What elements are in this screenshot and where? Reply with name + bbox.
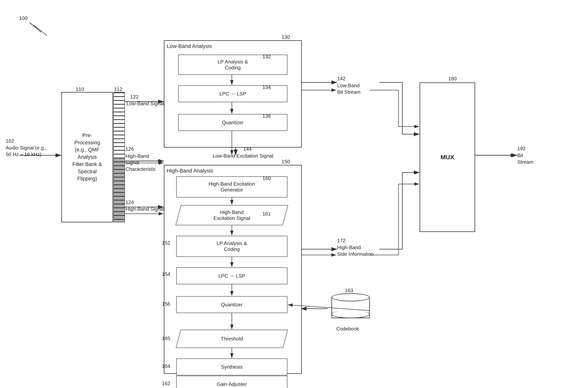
- ref-110: 110: [76, 86, 84, 92]
- ref-161: 161: [263, 211, 271, 217]
- codebook-label: Codebook: [336, 326, 359, 332]
- ref-124: 124: [126, 199, 134, 205]
- audio-signal-label: Audio Signal (e.g.,50 Hz – 16 kHz): [6, 145, 50, 158]
- ref-130: 130: [282, 34, 290, 40]
- ref-156: 156: [162, 301, 170, 307]
- filter-strip: [113, 92, 125, 222]
- ref-152: 152: [162, 240, 170, 246]
- hb-signal-char-label: High-BandSignal Characteristic: [126, 153, 166, 172]
- ref-144: 144: [243, 146, 251, 152]
- mux-box: MUX: [420, 82, 475, 232]
- synthesis-box: Synthesis: [176, 359, 287, 375]
- ref-164: 164: [162, 363, 170, 369]
- hb-signal-label: High-Band Signal: [126, 206, 164, 212]
- svg-line-29: [34, 25, 47, 35]
- codebook-cylinder: [331, 293, 370, 322]
- ref-132: 132: [263, 54, 271, 60]
- ref-112: 112: [114, 86, 122, 92]
- ref-150: 150: [282, 159, 290, 165]
- quantizer-1: Quantizer: [178, 114, 287, 131]
- ref-126: 126: [126, 146, 134, 152]
- ref-134: 134: [263, 84, 271, 90]
- lp-analysis-coding-1: LP Analysis &Coding: [178, 55, 287, 75]
- ref-162: 162: [162, 381, 170, 387]
- ref-172: 172: [337, 238, 345, 244]
- lp-analysis-coding-2: LP Analysis &Coding: [176, 236, 287, 257]
- hb-side-info-label: High-BandSide Information: [337, 244, 376, 257]
- gain-adjuster-box-2: Gain Adjuster: [176, 376, 287, 388]
- ref-163-label: 163: [345, 288, 353, 293]
- ref-180: 180: [448, 76, 456, 82]
- ref-102: 102: [6, 138, 14, 144]
- ref-160: 160: [263, 175, 271, 181]
- quantizer-2: Quantizer: [176, 296, 287, 313]
- low-band-bit-stream-label: Low-BandBit Stream: [337, 82, 372, 96]
- ref-154: 154: [162, 271, 170, 277]
- ref-192: 192: [517, 146, 525, 152]
- threshold-shape: Threshold: [178, 330, 286, 348]
- low-band-excitation-label: Low-Band Excitation Signal: [213, 153, 273, 159]
- lpc-lsp-1: LPC → LSP: [178, 85, 287, 102]
- low-band-signal-label: Low-Band Signal: [126, 101, 164, 107]
- ref-165: 165: [162, 336, 170, 341]
- bit-stream-label: BitStream: [517, 152, 533, 166]
- pre-processing-box: Pre-Processing(e.g., QMFAnalysisFilter B…: [61, 92, 113, 222]
- lpc-lsp-2: LPC → LSP: [176, 267, 287, 284]
- ref-122: 122: [130, 94, 138, 100]
- ref-100: 100: [19, 15, 27, 21]
- ref-136: 136: [263, 113, 271, 119]
- ref-142: 142: [337, 76, 345, 82]
- svg-line-2: [30, 23, 41, 32]
